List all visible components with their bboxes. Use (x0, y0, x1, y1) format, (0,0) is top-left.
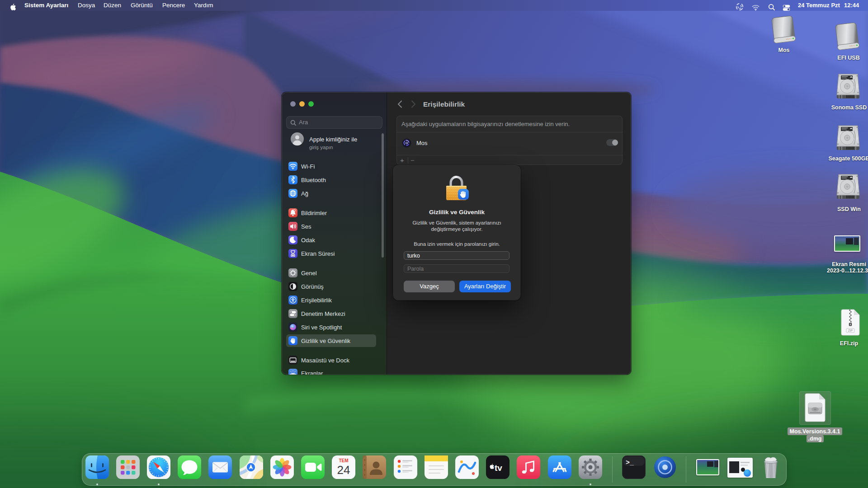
svg-text:24: 24 (337, 463, 350, 477)
svg-text:ZIP: ZIP (848, 329, 853, 332)
svg-text:TEM: TEM (339, 458, 349, 463)
svg-text:>_: >_ (626, 459, 634, 467)
svg-text:tv: tv (495, 463, 502, 473)
